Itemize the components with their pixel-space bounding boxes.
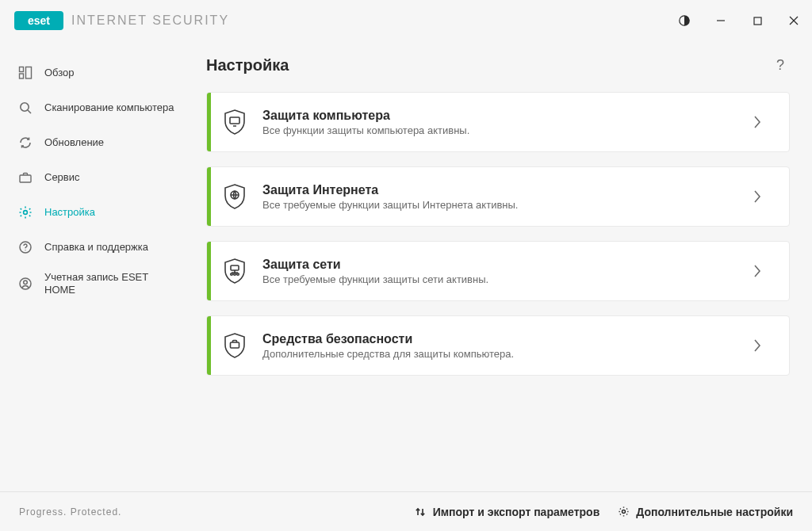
svg-point-11 (24, 211, 28, 215)
brand-logo: eset INTERNET SECURITY (14, 11, 229, 30)
card-body: Защита Интернета Все требуемые функции з… (262, 183, 741, 211)
svg-point-15 (24, 281, 28, 285)
sidebar-item-label: Настройка (44, 206, 95, 219)
svg-rect-26 (231, 342, 239, 348)
chevron-right-icon (741, 338, 773, 353)
dashboard-icon (17, 65, 33, 81)
card-list: Защита компьютера Все функции защиты ком… (206, 92, 790, 376)
status-accent (207, 242, 211, 300)
tagline: Progress. Protected. (19, 506, 121, 518)
svg-point-24 (237, 273, 239, 276)
svg-rect-6 (20, 74, 24, 78)
svg-point-22 (231, 273, 233, 276)
svg-rect-7 (26, 67, 32, 79)
sidebar-item-scan[interactable]: Сканирование компьютера (0, 90, 184, 125)
svg-point-13 (25, 250, 25, 250)
svg-rect-5 (20, 67, 24, 72)
sidebar-item-help[interactable]: Справка и поддержка (0, 230, 184, 265)
svg-rect-2 (754, 17, 761, 25)
svg-rect-10 (20, 175, 31, 182)
card-title: Защита компьютера (262, 109, 741, 123)
minimize-button[interactable] (703, 0, 739, 41)
briefcase-icon (17, 170, 33, 185)
svg-point-23 (234, 273, 236, 276)
close-button[interactable] (776, 0, 812, 41)
card-title: Средства безопасности (262, 332, 741, 346)
page-help-button[interactable]: ? (771, 55, 790, 74)
sidebar-item-label: Учетная запись ESET HOME (44, 271, 176, 297)
sidebar-item-setup[interactable]: Настройка (0, 195, 184, 230)
card-subtitle: Дополнительные средства для защиты компь… (262, 348, 741, 360)
svg-rect-20 (231, 266, 239, 270)
search-icon (17, 100, 33, 116)
sidebar-item-tools[interactable]: Сервис (0, 160, 184, 195)
sidebar-item-overview[interactable]: Обзор (0, 55, 184, 90)
nav: Обзор Сканирование компьютера Обнов (0, 55, 184, 304)
shield-toolbox-icon (207, 332, 262, 359)
sidebar-item-update[interactable]: Обновление (0, 125, 184, 160)
footer-actions: Импорт и экспорт параметров Дополнительн… (414, 506, 793, 518)
sidebar-item-label: Обзор (44, 67, 75, 79)
import-export-button[interactable]: Импорт и экспорт параметров (414, 506, 600, 518)
svg-rect-16 (230, 117, 239, 124)
card-body: Средства безопасности Дополнительные сре… (262, 332, 741, 360)
sidebar-item-label: Сервис (44, 171, 80, 184)
page-header: Настройка ? (206, 55, 790, 74)
advanced-settings-label: Дополнительные настройки (636, 506, 793, 518)
card-network-protection[interactable]: Защита сети Все требуемые функции защиты… (206, 241, 790, 301)
card-subtitle: Все функции защиты компьютера активны. (262, 124, 741, 136)
card-title: Защита сети (262, 258, 741, 272)
window-controls (666, 0, 812, 41)
card-subtitle: Все требуемые функции защиты сети активн… (262, 273, 741, 285)
card-title: Защита Интернета (262, 183, 741, 197)
svg-point-29 (622, 510, 625, 514)
chevron-right-icon (741, 114, 773, 130)
import-export-icon (414, 506, 427, 518)
card-computer-protection[interactable]: Защита компьютера Все функции защиты ком… (206, 92, 790, 152)
svg-line-9 (28, 110, 31, 113)
user-icon (17, 276, 33, 292)
gear-icon (17, 204, 33, 220)
gear-icon (617, 506, 630, 518)
contrast-toggle[interactable] (666, 0, 703, 41)
card-subtitle: Все требуемые функции защиты Интернета а… (262, 199, 741, 211)
sidebar: Обзор Сканирование компьютера Обнов (0, 41, 184, 491)
card-security-tools[interactable]: Средства безопасности Дополнительные сре… (206, 315, 790, 376)
shield-monitor-icon (207, 109, 262, 136)
main: Настройка ? Защита компьютера Все функци… (184, 41, 812, 491)
status-accent (207, 93, 211, 151)
svg-point-8 (21, 103, 29, 111)
footer: Progress. Protected. Импорт и экспорт па… (0, 491, 812, 531)
sidebar-item-label: Справка и поддержка (44, 241, 148, 254)
status-accent (207, 316, 211, 375)
card-internet-protection[interactable]: Защита Интернета Все требуемые функции з… (206, 166, 790, 227)
sidebar-item-account[interactable]: Учетная запись ESET HOME (0, 265, 184, 304)
chevron-right-icon (741, 189, 773, 204)
title-bar: eset INTERNET SECURITY (0, 0, 812, 41)
card-body: Защита компьютера Все функции защиты ком… (262, 109, 741, 136)
brand-badge: eset (14, 11, 63, 30)
advanced-settings-button[interactable]: Дополнительные настройки (617, 506, 793, 518)
shield-network-icon (207, 258, 262, 285)
chevron-right-icon (741, 263, 773, 279)
import-export-label: Импорт и экспорт параметров (433, 506, 600, 518)
help-icon (17, 239, 33, 255)
brand-product: INTERNET SECURITY (71, 13, 229, 28)
shield-globe-icon (207, 183, 262, 210)
body: Обзор Сканирование компьютера Обнов (0, 41, 812, 491)
refresh-icon (17, 135, 33, 151)
sidebar-item-label: Обновление (44, 136, 104, 149)
card-body: Защита сети Все требуемые функции защиты… (262, 258, 741, 285)
status-accent (207, 167, 211, 226)
maximize-button[interactable] (739, 0, 776, 41)
page-title: Настройка (206, 56, 289, 74)
sidebar-item-label: Сканирование компьютера (44, 101, 174, 114)
